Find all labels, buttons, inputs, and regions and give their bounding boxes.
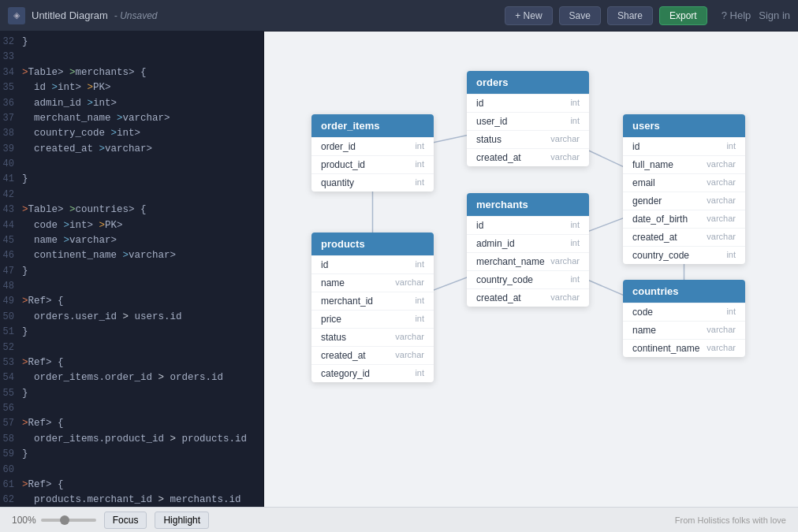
field-type: int	[415, 259, 424, 270]
table-row: product_idint	[311, 155, 434, 173]
focus-button[interactable]: Focus	[104, 512, 147, 529]
code-line: 32}	[0, 35, 263, 50]
table-row: idint	[467, 94, 589, 112]
field-name: created_at	[476, 292, 521, 303]
code-line: 43>Table> >countries> {	[0, 203, 263, 218]
field-type: int	[415, 368, 424, 379]
line-number: 52	[0, 340, 22, 355]
line-number: 36	[0, 96, 22, 111]
line-number: 58	[0, 432, 22, 447]
field-name: status	[321, 332, 346, 343]
diagram-title: Untitled Diagram	[32, 9, 108, 21]
save-button[interactable]: Save	[559, 6, 601, 25]
code-line: 46 continent_name >varchar>	[0, 248, 263, 263]
table-row: gendervarchar	[623, 192, 745, 210]
diagram-canvas[interactable]: ordersidintuser_idintstatusvarcharcreate…	[264, 32, 798, 507]
table-row: emailvarchar	[623, 173, 745, 192]
code-panel[interactable]: 32}33 34>Table> >merchants> {35 id >int>…	[0, 32, 264, 507]
line-content: >Ref> {	[22, 355, 64, 370]
code-line: 59}	[0, 447, 263, 462]
code-line: 49>Ref> {	[0, 294, 263, 309]
table-row: codeint	[623, 303, 745, 321]
code-line: 52	[0, 340, 263, 355]
field-type: varchar	[395, 332, 424, 343]
new-button[interactable]: + New	[505, 6, 552, 25]
code-line: 37 merchant_name >varchar>	[0, 111, 263, 126]
table-row: date_of_birthvarchar	[623, 210, 745, 228]
code-line: 62 products.merchant_id > merchants.id	[0, 493, 263, 507]
field-type: int	[570, 98, 580, 109]
table-row: merchant_idint	[311, 292, 434, 310]
table-row: admin_idint	[467, 234, 589, 252]
table-row: priceint	[311, 310, 434, 328]
table-header-countries: countries	[623, 280, 745, 303]
help-link[interactable]: ? Help	[722, 9, 751, 21]
field-name: name	[321, 277, 345, 288]
code-line: 51}	[0, 325, 263, 340]
table-header-users: users	[623, 114, 745, 137]
code-line: 53>Ref> {	[0, 355, 263, 370]
line-content: >Ref> {	[22, 294, 64, 309]
signin-link[interactable]: Sign in	[759, 9, 790, 21]
field-name: order_id	[321, 141, 356, 152]
code-line: 38 country_code >int>	[0, 126, 263, 141]
line-number: 37	[0, 111, 22, 126]
statusbar: 100% Focus Highlight From Holistics folk…	[0, 507, 798, 532]
field-type: varchar	[707, 343, 736, 354]
line-content: }	[22, 325, 28, 340]
line-number: 54	[0, 370, 22, 385]
table-header-products: products	[311, 233, 434, 255]
field-name: merchant_id	[321, 296, 373, 307]
code-line: 41}	[0, 172, 263, 187]
table-row: idint	[311, 255, 434, 273]
table-merchants[interactable]: merchantsidintadmin_idintmerchant_nameva…	[467, 193, 589, 307]
field-name: status	[476, 134, 502, 145]
line-content: }	[22, 386, 28, 401]
field-type: varchar	[707, 325, 736, 336]
field-type: int	[570, 116, 580, 127]
line-content: >Ref> {	[22, 478, 64, 493]
code-line: 61>Ref> {	[0, 478, 263, 493]
field-name: price	[321, 314, 341, 325]
table-order_items[interactable]: order_itemsorder_idintproduct_idintquant…	[311, 114, 434, 192]
field-type: varchar	[395, 277, 424, 288]
field-type: varchar	[707, 177, 736, 188]
line-content	[22, 279, 28, 294]
unsaved-indicator: - Unsaved	[114, 10, 158, 21]
main-content: 32}33 34>Table> >merchants> {35 id >int>…	[0, 32, 798, 507]
line-number: 45	[0, 233, 22, 248]
table-users[interactable]: usersidintfull_namevarcharemailvarcharge…	[623, 114, 745, 264]
code-line: 54 order_items.order_id > orders.id	[0, 370, 263, 385]
export-button[interactable]: Export	[659, 6, 707, 25]
line-number: 53	[0, 355, 22, 370]
line-number: 33	[0, 50, 22, 65]
field-name: category_id	[321, 368, 370, 379]
table-orders[interactable]: ordersidintuser_idintstatusvarcharcreate…	[467, 71, 589, 166]
line-content: name >varchar>	[22, 233, 117, 248]
field-name: created_at	[632, 232, 677, 243]
line-number: 44	[0, 218, 22, 233]
line-content	[22, 157, 28, 172]
code-line: 35 id >int> >PK>	[0, 80, 263, 95]
highlight-button[interactable]: Highlight	[155, 512, 209, 529]
table-row: quantityint	[311, 173, 434, 192]
line-number: 39	[0, 142, 22, 157]
line-number: 60	[0, 463, 22, 478]
field-type: int	[570, 238, 580, 249]
field-type: varchar	[707, 159, 736, 170]
table-row: idint	[623, 137, 745, 155]
field-type: varchar	[707, 214, 736, 225]
table-countries[interactable]: countriescodeintnamevarcharcontinent_nam…	[623, 280, 745, 357]
table-row: category_idint	[311, 364, 434, 382]
line-content: id >int> >PK>	[22, 80, 111, 95]
table-products[interactable]: productsidintnamevarcharmerchant_idintpr…	[311, 233, 434, 382]
zoom-control[interactable]: 100%	[12, 515, 96, 526]
table-header-orders: orders	[467, 71, 589, 94]
share-button[interactable]: Share	[607, 6, 653, 25]
field-name: date_of_birth	[632, 214, 688, 225]
field-name: continent_name	[632, 343, 699, 354]
zoom-slider[interactable]	[41, 519, 96, 522]
table-row: statusvarchar	[311, 328, 434, 346]
field-type: varchar	[550, 134, 580, 145]
code-line: 44 code >int> >PK>	[0, 218, 263, 233]
